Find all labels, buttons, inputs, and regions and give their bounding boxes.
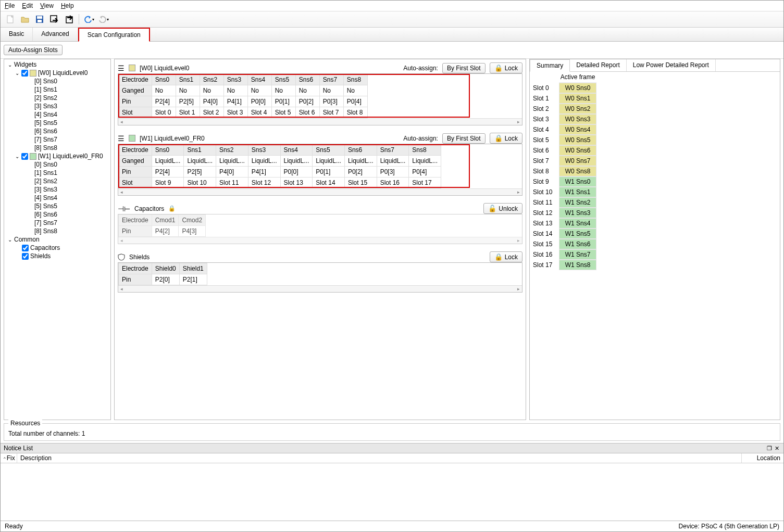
menu-edit[interactable]: Edit [22,2,33,9]
grid-cell[interactable]: Slot 4 [247,107,271,118]
grid-cell[interactable]: Sns6 [344,145,377,156]
by-first-slot-button[interactable]: By First Slot [442,133,486,144]
grid-cell[interactable]: Slot 3 [223,107,247,118]
caret-down-icon[interactable]: ⌄ [7,237,13,243]
grid-cell[interactable]: Slot 12 [248,178,280,188]
grid-cell[interactable]: Slot 14 [313,178,345,188]
grid-cell[interactable]: P2[4] [152,167,184,178]
grid-cell[interactable]: Sns7 [319,74,343,85]
caret-down-icon[interactable]: ⌄ [15,154,20,159]
grid-cell[interactable]: P2[0] [152,274,179,285]
tree-w1-sns-8[interactable]: [8] Sns8 [4,227,110,235]
grid-cell[interactable]: Slot 10 [184,178,216,188]
lock-button[interactable]: 🔒Lock [490,251,522,262]
grid-cell[interactable]: No [319,85,343,96]
open-file-icon[interactable] [18,12,32,26]
grid-cell[interactable]: P4[0] [216,167,248,178]
grid-cell[interactable]: LiquidL... [184,156,216,167]
grid-cell[interactable]: No [271,85,295,96]
tree-w1-sns-4[interactable]: [4] Sns4 [4,194,110,202]
grid-cell[interactable]: P4[1] [223,96,247,107]
grid-cell[interactable]: Shield0 [152,263,179,274]
hscroll[interactable] [118,285,522,292]
save-icon[interactable] [33,12,46,26]
grid-cell[interactable]: Slot 17 [409,178,441,188]
tree-w1[interactable]: ⌄ [W1] LiquidLevel0_FR0 [4,152,110,160]
tree-w0-checkbox[interactable] [21,70,28,77]
tab-basic[interactable]: Basic [1,28,33,41]
grid-cell[interactable]: Cmod1 [152,215,179,226]
tree-w0[interactable]: ⌄ [W0] LiquidLevel0 [4,69,110,77]
tab-detailed-report[interactable]: Detailed Report [570,59,626,71]
unlock-button[interactable]: 🔓Unlock [483,203,522,214]
export-icon[interactable] [62,12,76,26]
grid-cell[interactable]: P2[5] [176,96,200,107]
grid-cell[interactable]: P4[2] [152,226,179,237]
tree-common-root[interactable]: ⌄ Common [4,235,110,244]
undo-icon[interactable]: ▾ [82,12,96,26]
grid-cell[interactable]: No [200,85,223,96]
grid-cell[interactable]: LiquidL... [377,156,409,167]
menu-view[interactable]: View [40,2,54,9]
grid-cell[interactable]: P0[4] [343,96,367,107]
grid-cell[interactable]: Slot 0 [152,107,176,118]
grid-cell[interactable]: No [247,85,271,96]
tree-w1-sns-3[interactable]: [3] Sns3 [4,185,110,194]
grid-cell[interactable]: Slot 8 [343,107,367,118]
menu-help[interactable]: Help [61,2,74,9]
grid-cell[interactable]: P0[4] [409,167,441,178]
hscroll[interactable] [118,118,522,125]
tree-w0-sns-8[interactable]: [8] Sns8 [4,144,110,152]
close-icon[interactable]: ✕ [773,445,780,452]
grid-cell[interactable]: P2[5] [184,167,216,178]
grid-cell[interactable]: LiquidL... [216,156,248,167]
tree-w1-sns-1[interactable]: [1] Sns1 [4,169,110,177]
grid-cell[interactable]: Sns5 [313,145,345,156]
grid-cell[interactable]: Sns8 [409,145,441,156]
grid-cell[interactable]: Slot 7 [319,107,343,118]
hscroll[interactable] [118,237,522,244]
tree-widgets-root[interactable]: ⌄ Widgets [4,60,110,69]
tree-w1-sns-2[interactable]: [2] Sns2 [4,177,110,185]
grid-cell[interactable]: Sns2 [200,74,223,85]
import-icon[interactable] [47,12,61,26]
grid-cell[interactable]: P0[2] [295,96,319,107]
col-location[interactable]: Location [742,453,783,463]
tree-w1-sns-6[interactable]: [6] Sns6 [4,210,110,219]
grid-cell[interactable]: No [295,85,319,96]
tree-w0-sns-1[interactable]: [1] Sns1 [4,85,110,94]
new-file-icon[interactable] [4,12,17,26]
tree-w1-sns-0[interactable]: [0] Sns0 [4,160,110,169]
grid-cell[interactable]: P0[1] [313,167,345,178]
grid-cell[interactable]: Slot 6 [295,107,319,118]
grid-cell[interactable]: LiquidL... [313,156,345,167]
grid-cell[interactable]: P4[3] [179,226,206,237]
grid-cell[interactable]: P2[4] [152,96,176,107]
grid-cell[interactable]: Sns7 [377,145,409,156]
grid-cell[interactable]: No [343,85,367,96]
grid-cell[interactable]: P4[0] [200,96,223,107]
grid-cell[interactable]: Slot 9 [152,178,184,188]
grid-cell[interactable]: LiquidL... [152,156,184,167]
caret-down-icon[interactable]: ⌄ [7,62,13,68]
grid-cell[interactable]: Slot 1 [176,107,200,118]
grid-cell[interactable]: Sns0 [152,145,184,156]
grid-cell[interactable]: LiquidL... [409,156,441,167]
grid-cell[interactable]: Shield1 [179,263,207,274]
grid-cell[interactable]: Slot 15 [344,178,377,188]
tree-w0-sns-3[interactable]: [3] Sns3 [4,102,110,110]
grid-cell[interactable]: Sns4 [280,145,313,156]
tree-w0-sns-0[interactable]: [0] Sns0 [4,77,110,85]
tree-shields-checkbox[interactable] [22,253,29,260]
tree-w1-sns-5[interactable]: [5] Sns5 [4,202,110,210]
grid-cell[interactable]: Sns1 [184,145,216,156]
auto-assign-slots-button[interactable]: Auto-Assign Slots [4,45,63,55]
tree-w0-sns-6[interactable]: [6] Sns6 [4,127,110,135]
tree-w0-sns-5[interactable]: [5] Sns5 [4,119,110,127]
detach-icon[interactable]: ❐ [766,445,773,452]
grid-cell[interactable]: Sns3 [248,145,280,156]
grid-cell[interactable]: Slot 16 [377,178,409,188]
grid-cell[interactable]: P4[1] [248,167,280,178]
tab-summary[interactable]: Summary [530,59,570,72]
grid-cell[interactable]: Sns4 [247,74,271,85]
